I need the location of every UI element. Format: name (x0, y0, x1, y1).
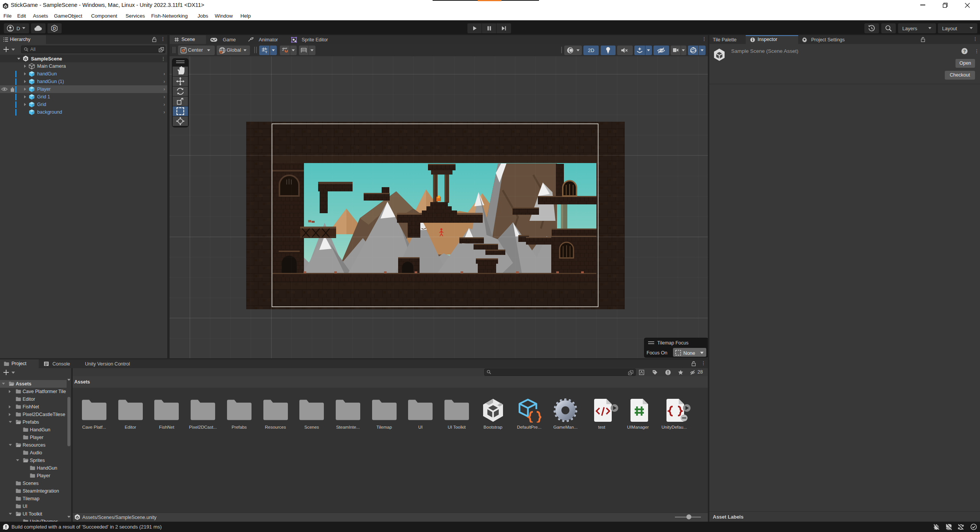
svg-text:Tilemap Focus: Tilemap Focus (657, 340, 689, 346)
svg-text:?: ? (963, 49, 966, 54)
svg-text:None: None (683, 350, 695, 356)
svg-text:Focus On: Focus On (647, 350, 667, 356)
svg-text:D: D (53, 26, 56, 31)
svg-text:Y: Y (265, 50, 268, 54)
